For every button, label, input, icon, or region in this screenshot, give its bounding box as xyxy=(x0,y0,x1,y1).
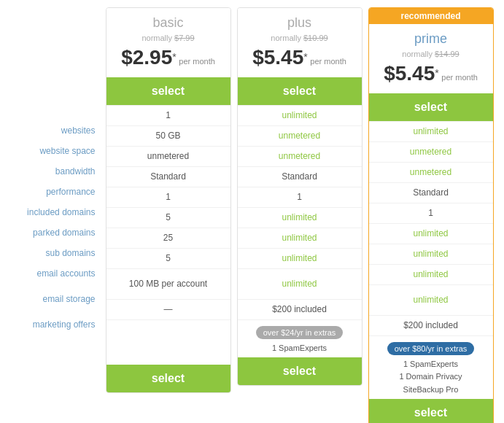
label-performance: performance xyxy=(8,182,96,202)
basic-website-space: 50 GB xyxy=(106,125,230,146)
prime-websites: unlimited xyxy=(369,121,493,141)
prime-extras-item-2: SiteBackup Pro xyxy=(372,384,490,397)
prime-extras-badge: over $80/yr in extras xyxy=(387,342,475,355)
plan-plus: plus normally $10.99 $5.45* per month se… xyxy=(237,7,363,386)
plus-extras-badge: over $24/yr in extras xyxy=(256,326,344,339)
plan-prime-price: $5.45* per month xyxy=(373,61,489,86)
plan-prime-header: prime normally $14.99 $5.45* per month xyxy=(369,24,493,93)
prime-bandwidth: unmetered xyxy=(369,162,493,182)
basic-email-accounts: 5 xyxy=(106,248,230,268)
basic-sub-domains: 25 xyxy=(106,228,230,248)
plan-basic-price: $2.95* per month xyxy=(111,45,226,70)
labels-column: websites website space bandwidth perform… xyxy=(8,7,103,335)
prime-website-space: unmetered xyxy=(369,141,493,162)
plan-prime-normal-price: normally $14.99 xyxy=(373,50,489,58)
plus-included-domains: 1 xyxy=(238,187,362,207)
prime-extras-section: over $80/yr in extras 1 SpamExperts 1 Do… xyxy=(369,335,493,400)
label-website-space: website space xyxy=(8,141,96,161)
prime-marketing-offers: $200 included xyxy=(369,315,493,335)
label-bandwidth: bandwidth xyxy=(8,161,96,182)
plan-plus-select-bottom[interactable]: select xyxy=(238,357,362,385)
basic-performance: Standard xyxy=(106,166,230,187)
plan-plus-name: plus xyxy=(242,15,357,31)
basic-websites: 1 xyxy=(106,105,230,125)
plan-plus-normal-price: normally $10.99 xyxy=(242,34,357,42)
plan-basic-select-bottom[interactable]: select xyxy=(106,365,230,392)
plan-prime: recommended prime normally $14.99 $5.45*… xyxy=(368,7,494,423)
plan-prime-select-top[interactable]: select xyxy=(369,93,493,121)
plan-basic-select-top[interactable]: select xyxy=(106,77,230,105)
plan-basic-features: 1 50 GB unmetered Standard 1 5 25 5 100 … xyxy=(106,105,230,365)
plan-plus-select-top[interactable]: select xyxy=(238,77,362,105)
pricing-table: websites website space bandwidth perform… xyxy=(8,7,497,423)
plus-sub-domains: unlimited xyxy=(238,228,362,248)
prime-sub-domains: unlimited xyxy=(369,244,493,264)
label-parked-domains: parked domains xyxy=(8,222,96,243)
label-websites: websites xyxy=(8,120,96,141)
plus-website-space: unmetered xyxy=(238,125,362,146)
plus-bandwidth: unmetered xyxy=(238,146,362,166)
basic-parked-domains: 5 xyxy=(106,207,230,228)
plan-prime-name: prime xyxy=(373,31,489,47)
prime-email-storage: unlimited xyxy=(369,284,493,315)
plus-websites: unlimited xyxy=(238,105,362,125)
plus-performance: Standard xyxy=(238,166,362,187)
plan-prime-features: unlimited unmetered unmetered Standard 1… xyxy=(369,121,493,400)
plus-email-storage: unlimited xyxy=(238,268,362,299)
plus-parked-domains: unlimited xyxy=(238,207,362,228)
plus-extras-section: over $24/yr in extras 1 SpamExperts xyxy=(238,319,362,358)
plan-plus-header: plus normally $10.99 $5.45* per month xyxy=(238,8,362,77)
plan-plus-features: unlimited unmetered unmetered Standard 1… xyxy=(238,105,362,358)
prime-parked-domains: unlimited xyxy=(369,223,493,244)
basic-marketing-offers: — xyxy=(106,299,230,319)
label-included-domains: included domains xyxy=(8,202,96,222)
basic-included-domains: 1 xyxy=(106,187,230,207)
prime-email-accounts: unlimited xyxy=(369,264,493,284)
prime-extras-item-0: 1 SpamExperts xyxy=(372,358,490,371)
prime-performance: Standard xyxy=(369,182,493,203)
plan-basic-name: basic xyxy=(111,15,226,31)
plus-extras-item-0: 1 SpamExperts xyxy=(241,342,359,355)
plan-basic: basic normally $7.99 $2.95* per month se… xyxy=(106,7,231,393)
prime-recommended-badge: recommended xyxy=(369,8,493,24)
prime-included-domains: 1 xyxy=(369,203,493,223)
label-sub-domains: sub domains xyxy=(8,243,96,263)
label-marketing-offers: marketing offers xyxy=(8,314,96,335)
plan-prime-select-bottom[interactable]: select xyxy=(369,399,493,423)
basic-bandwidth: unmetered xyxy=(106,146,230,166)
label-email-storage: email storage xyxy=(8,284,96,314)
label-email-accounts: email accounts xyxy=(8,263,96,284)
plan-basic-header: basic normally $7.99 $2.95* per month xyxy=(106,8,230,77)
prime-extras-item-1: 1 Domain Privacy xyxy=(372,370,490,384)
plus-email-accounts: unlimited xyxy=(238,248,362,268)
plus-marketing-offers: $200 included xyxy=(238,299,362,319)
basic-email-storage: 100 MB per account xyxy=(106,268,230,299)
plan-basic-normal-price: normally $7.99 xyxy=(111,34,226,42)
plan-plus-price: $5.45* per month xyxy=(242,45,357,70)
